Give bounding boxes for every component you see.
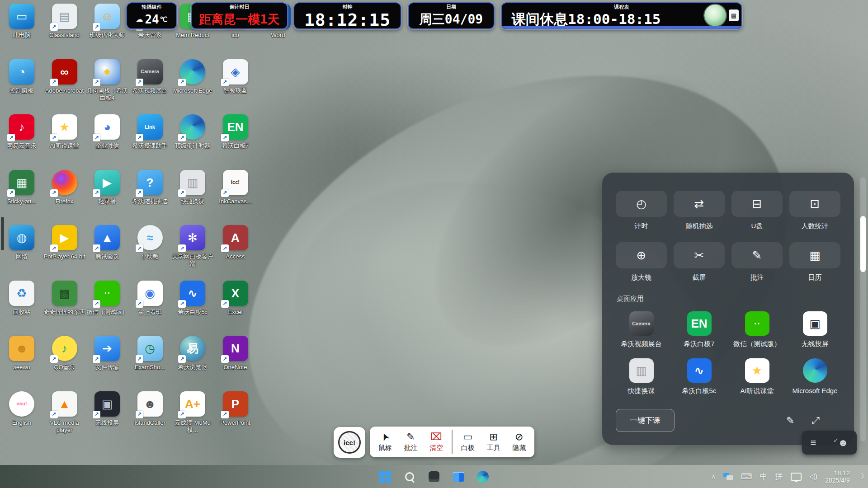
desktop-icon[interactable]: ⌖↗几何画板（希沃白板4 <box>85 59 129 102</box>
panel-tool[interactable]: ⊕放大镜 <box>616 242 667 282</box>
panel-app[interactable]: EN希沃白板7 <box>674 311 725 348</box>
icon-glyph: osu! <box>16 401 27 406</box>
desktop-icon-label: 希沃白板5c <box>171 309 214 316</box>
desktop-icon[interactable]: ♪↗网易云音乐 <box>0 114 43 150</box>
countdown-widget[interactable]: 倒计时日 距离昆一模1天 <box>191 2 288 29</box>
panel-tool[interactable]: ◴计时 <box>616 191 667 230</box>
dismiss-class-button[interactable]: 一键下课 <box>616 409 675 432</box>
volume-icon[interactable]: ◁) <box>809 473 818 480</box>
expand-icon[interactable]: ⤢ <box>811 415 820 427</box>
tray-display-icon[interactable] <box>723 473 733 480</box>
date-widget[interactable]: 日期 周三04/09 <box>408 2 495 29</box>
desktop-icon[interactable]: ♪↗QQ音乐 <box>43 336 86 371</box>
desktop-icon[interactable]: ↗Microsoft Edge <box>171 59 214 94</box>
icon-glyph: ☻ <box>144 398 156 410</box>
desktop-icon[interactable]: ◈↗智教联盟 <box>214 59 257 94</box>
desktop-icon[interactable]: ▶↗PotPlayer 64 bit <box>43 225 86 260</box>
clock-widget[interactable]: 时钟 18:12:15 <box>293 2 401 29</box>
schedule-mini-icon[interactable]: ▤ <box>729 9 739 21</box>
toolbar-item-cursor[interactable]: ➤鼠标 <box>375 432 396 452</box>
desktop-icon[interactable]: ↗顶级倒计时器 <box>171 114 214 150</box>
desktop-icon[interactable]: ▥↗快捷换课 <box>171 170 214 205</box>
desktop-icon[interactable]: ◕↗企业微信 <box>85 114 129 150</box>
desktop-icon[interactable]: ↗Firefox <box>43 170 86 205</box>
desktop-icon[interactable]: ✻↗天学网白板客户端 <box>171 225 214 267</box>
toolbar-item-trash[interactable]: ⌧清空 <box>426 432 447 452</box>
desktop-icon[interactable]: N↗OneNote <box>214 336 257 371</box>
desktop-icon[interactable]: ➔↗文件传输 <box>85 336 129 371</box>
icc-launcher[interactable]: icc! <box>334 427 365 458</box>
panel-app[interactable]: Microsoft Edge <box>789 358 840 395</box>
desktop-icon[interactable]: ☻seewo <box>0 336 43 371</box>
desktop-icon[interactable]: ▩奇奇怪怪的东西 <box>43 281 86 316</box>
panel-app[interactable]: ▥快捷换课 <box>616 358 667 395</box>
desktop-icon[interactable]: ☻↗IslandCaller <box>128 391 172 427</box>
edge-taskbar-button[interactable] <box>476 470 489 483</box>
desktop-icon[interactable]: icc!↗InkCanvas... <box>214 170 257 205</box>
panel-app[interactable]: ▣无线投屏 <box>789 311 840 348</box>
desktop-icon[interactable]: ▤↗ClassIsland <box>43 4 86 39</box>
desktop-icon[interactable]: ▣↗无线投屏 <box>85 391 129 427</box>
panel-tool[interactable]: ✂截屏 <box>674 242 725 282</box>
desktop-icon[interactable]: A↗Access <box>214 225 257 260</box>
desktop-icon[interactable]: ◍网络 <box>0 225 43 260</box>
desktop-icon[interactable]: ♻回收站 <box>0 281 43 316</box>
desktop-icon[interactable]: P↗PowerPoint <box>214 391 257 427</box>
panel-tool[interactable]: ▦日历 <box>789 242 840 282</box>
tray-clock[interactable]: 18:12 2025/4/9 <box>825 469 850 484</box>
file-explorer-button[interactable] <box>452 470 465 483</box>
desktop-icon[interactable]: A+↗云成绩-MuMu模... <box>171 391 214 434</box>
desktop-icon[interactable]: ?↗希沃随机抽选 <box>128 170 172 205</box>
desktop-icon[interactable]: osu!English <box>0 391 43 427</box>
desktop-icon[interactable]: ▲↗腾讯会议 <box>85 225 129 260</box>
panel-app[interactable]: ★AI听说课堂 <box>731 358 783 395</box>
desktop-icon-label: PowerPoint <box>214 419 257 427</box>
desktop-icon[interactable]: ≈↗小助教 <box>128 225 172 260</box>
start-button[interactable] <box>379 470 392 483</box>
desktop-icon[interactable]: ▲↗VLC media player <box>43 391 86 434</box>
search-button[interactable] <box>403 470 416 483</box>
right-scrollbar-thumb[interactable] <box>860 216 866 272</box>
panel-app[interactable]: ∿希沃白板5c <box>674 358 725 395</box>
ime-pinyin-indicator[interactable]: 拼 <box>775 473 783 480</box>
cast-device-icon[interactable] <box>791 473 802 481</box>
panel-app[interactable]: • •微信（测试版） <box>731 311 783 348</box>
desktop-icon[interactable]: ☺↗班级优化大师 <box>85 4 129 39</box>
desktop-icon[interactable]: ▭此电脑 <box>0 4 43 39</box>
pen-icon[interactable]: ✎ <box>786 415 794 427</box>
attendance-icon[interactable]: ✓☻ <box>833 437 848 449</box>
tray-chevron-icon[interactable]: ∧ <box>711 474 716 479</box>
desktop-icon[interactable]: ▶↗轻录播 <box>85 170 129 205</box>
excel-icon: X↗ <box>223 281 248 306</box>
weather-widget[interactable]: 轮播组件 ☁ 24 ℃ <box>126 2 177 29</box>
desktop-icon[interactable]: ◉↗掌上看班 <box>128 281 172 316</box>
desktop-icon[interactable]: Camera↗希沃视频展台 <box>128 59 172 94</box>
desktop-icon[interactable]: EN↗希沃白板7 <box>214 114 257 150</box>
desktop-icon[interactable]: ▦↗Sticky-att... <box>0 170 43 205</box>
schedule-widget[interactable]: 课程表 课间休息18:00-18:15 ▤ <box>501 2 742 29</box>
desktop-icon[interactable]: ∞↗Adobe Acrobat <box>43 59 86 94</box>
widget-app-button[interactable] <box>428 470 440 483</box>
night-mode-icon[interactable]: ☽ <box>858 473 864 480</box>
toolbar-item-pen[interactable]: ✎批注 <box>401 432 421 452</box>
panel-tool[interactable]: ⊡人数统计 <box>789 191 840 230</box>
left-scrollbar-thumb[interactable] <box>1 217 4 250</box>
desktop-icon[interactable]: X↗Excel <box>214 281 257 316</box>
desktop-icon[interactable]: ★↗AI听说课堂 <box>43 114 86 150</box>
desktop-icon[interactable]: ◷↗ExamSho... <box>128 336 172 371</box>
panel-tool[interactable]: ⊟U盘 <box>731 191 783 230</box>
touch-keyboard-icon[interactable]: ⌨ <box>741 473 752 480</box>
ime-language-indicator[interactable]: 中 <box>760 473 768 480</box>
desktop-icon[interactable]: ◔控制面板 <box>0 59 43 94</box>
menu-icon[interactable]: ≡ <box>811 437 816 449</box>
toolbar-item-tools-grid[interactable]: ⊞工具 <box>483 432 504 452</box>
toolbar-item-whiteboard[interactable]: ▭白板 <box>458 432 478 452</box>
desktop-icon[interactable]: Link↗希沃授课助手 <box>128 114 172 150</box>
desktop-icon[interactable]: ∿↗希沃白板5c <box>171 281 214 316</box>
desktop-icon[interactable]: • •↗微信（测试版） <box>85 281 129 316</box>
desktop-icon[interactable]: 易↗希沃浏览器 <box>171 336 214 371</box>
panel-tool[interactable]: ✎批注 <box>731 242 783 282</box>
panel-app[interactable]: Camera希沃视频展台 <box>616 311 667 348</box>
panel-tool[interactable]: ⇄随机抽选 <box>674 191 725 230</box>
toolbar-item-hide[interactable]: ⊘隐藏 <box>509 432 529 452</box>
